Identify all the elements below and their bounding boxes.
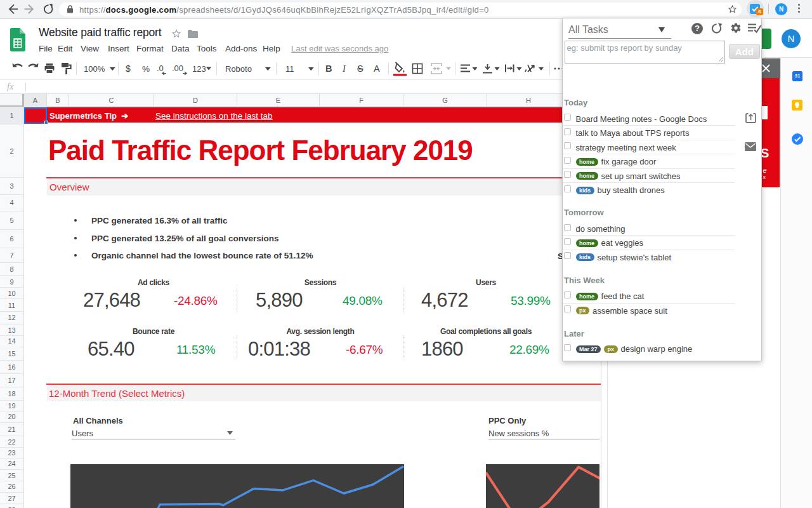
svg-text:A: A — [374, 64, 380, 74]
svg-text:11: 11 — [285, 64, 294, 74]
svg-text:100%: 100% — [84, 64, 105, 74]
svg-text:123: 123 — [192, 64, 206, 74]
svg-text:B: B — [325, 64, 332, 74]
svg-text:%: % — [142, 64, 150, 74]
svg-text:S: S — [357, 64, 363, 74]
svg-text:.00: .00 — [172, 64, 183, 73]
svg-text:I: I — [342, 64, 346, 74]
svg-text:.0: .0 — [157, 64, 164, 73]
svg-text:Roboto: Roboto — [225, 64, 252, 74]
svg-text:$: $ — [126, 64, 131, 74]
